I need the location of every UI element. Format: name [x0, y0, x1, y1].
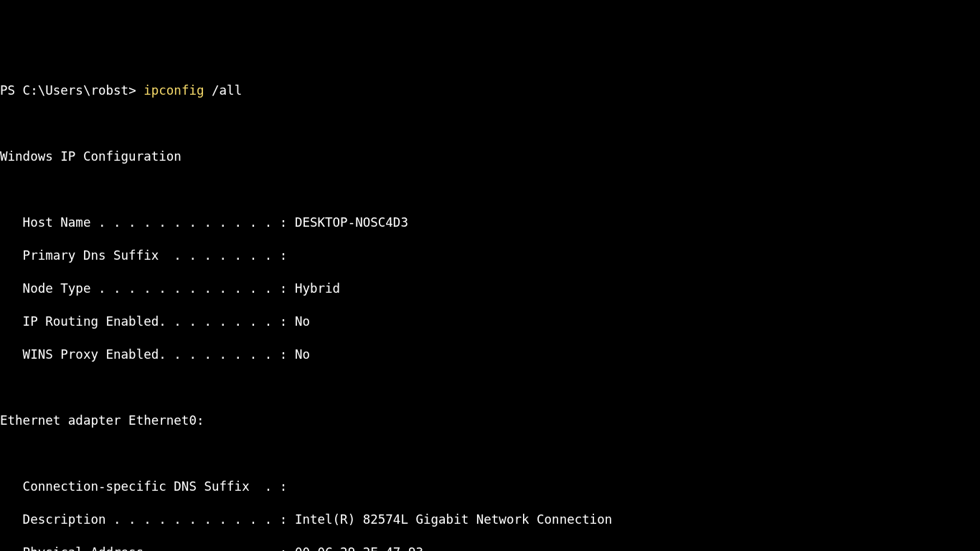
blank-line [0, 446, 980, 462]
powershell-terminal[interactable]: PS C:\Users\robst> ipconfig /all Windows… [0, 66, 980, 551]
prompt-path: C:\Users\robst [23, 83, 129, 98]
conn-specific-dns-line: Connection-specific DNS Suffix . : [0, 479, 980, 495]
prompt-gt: > [128, 83, 143, 98]
primary-dns-suffix-line: Primary Dns Suffix . . . . . . . : [0, 248, 980, 264]
command-line: PS C:\Users\robst> ipconfig /all [0, 83, 980, 99]
node-type-line: Node Type . . . . . . . . . . . . : Hybr… [0, 281, 980, 297]
host-name-line: Host Name . . . . . . . . . . . . : DESK… [0, 215, 980, 231]
blank-line [0, 182, 980, 198]
ipconfig-header: Windows IP Configuration [0, 149, 980, 165]
ip-routing-line: IP Routing Enabled. . . . . . . . : No [0, 314, 980, 330]
blank-line [0, 116, 980, 132]
adapter-header: Ethernet adapter Ethernet0: [0, 413, 980, 429]
physical-address-line: Physical Address. . . . . . . . . : 00-0… [0, 545, 980, 551]
command-arg: /all [204, 83, 242, 98]
prompt-ps: PS [0, 83, 23, 98]
description-line: Description . . . . . . . . . . . : Inte… [0, 512, 980, 528]
command-exe: ipconfig [143, 83, 204, 98]
wins-proxy-line: WINS Proxy Enabled. . . . . . . . : No [0, 347, 980, 363]
blank-line [0, 380, 980, 396]
